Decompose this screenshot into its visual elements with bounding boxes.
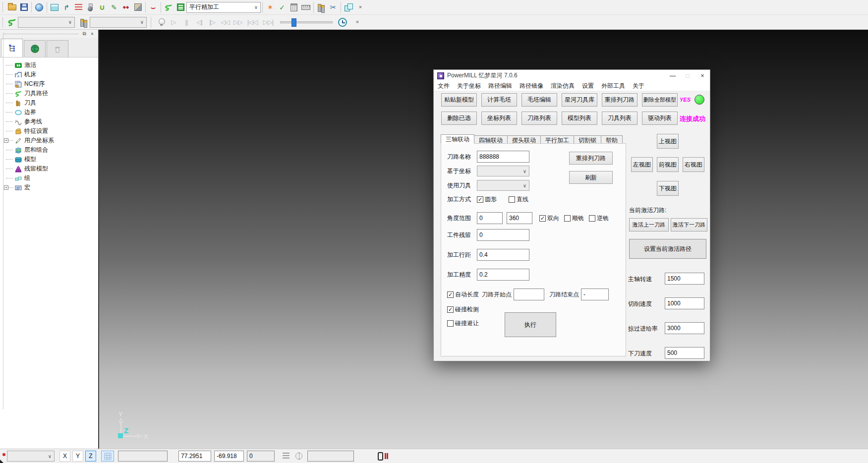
rearrange-button[interactable]: 重排列刀路: [569, 152, 613, 165]
thickness-icon[interactable]: ⌣: [147, 1, 159, 13]
sim-toolbar-close-button[interactable]: ×: [351, 16, 363, 28]
ruler-icon[interactable]: [300, 1, 312, 13]
toolbar-grip[interactable]: [2, 2, 4, 12]
skim-feed-input[interactable]: [665, 322, 704, 334]
menu-render-sim[interactable]: 渲染仿真: [551, 82, 575, 90]
toolpath-list-button[interactable]: 刀路列表: [521, 112, 557, 125]
xyz-list-icon[interactable]: [283, 453, 289, 460]
grid-size-field[interactable]: [118, 451, 168, 462]
explorer-tree-tab[interactable]: [1, 39, 23, 57]
menu-path-edit[interactable]: 路径编辑: [488, 82, 512, 90]
axis-x-toggle[interactable]: X: [59, 451, 70, 462]
pattern-points-icon[interactable]: ◆◆: [120, 1, 132, 13]
activate-prev-button[interactable]: 激活上一刀路: [629, 218, 669, 232]
axis-y-toggle[interactable]: Y: [72, 451, 83, 462]
stock-edit-button[interactable]: 毛坯编辑: [521, 93, 557, 107]
sidebar-restore-button[interactable]: ⧉: [80, 30, 88, 37]
tool-dropdown[interactable]: ∨: [477, 180, 529, 191]
toolpath-icon[interactable]: [163, 1, 174, 13]
toolbar-close-button[interactable]: ×: [354, 1, 366, 13]
tree-item-activate[interactable]: 激活: [3, 60, 98, 70]
coord-list-button[interactable]: 坐标列表: [481, 112, 517, 125]
tree-item-feature-sets[interactable]: 特征设置: [3, 126, 98, 136]
resize-grip[interactable]: [0, 460, 3, 463]
statusbar-dropdown[interactable]: ∨: [7, 451, 55, 462]
ball-tool-icon[interactable]: [84, 1, 96, 13]
collision-check-icon[interactable]: ✶: [264, 1, 276, 13]
globe-tab[interactable]: [24, 40, 46, 57]
calculator-ball-icon[interactable]: [33, 1, 45, 13]
tree-item-stock-models[interactable]: 残留模型: [3, 164, 98, 174]
calculator-icon[interactable]: [288, 1, 300, 13]
angle-from-input[interactable]: [477, 212, 503, 224]
tolerance-input[interactable]: [477, 269, 529, 281]
tab-help[interactable]: 帮助: [601, 135, 623, 144]
view-front-button[interactable]: 前视图: [657, 157, 679, 172]
drive-list-button[interactable]: 驱动列表: [642, 112, 678, 125]
line-mode-checkbox[interactable]: [509, 196, 515, 203]
expand-icon[interactable]: +: [4, 185, 8, 190]
view-right-button[interactable]: 右视图: [683, 157, 704, 172]
tree-item-nc-program[interactable]: NC程序: [3, 79, 98, 89]
menu-path-mirror[interactable]: 路径镜像: [520, 82, 543, 90]
play-button[interactable]: ▷: [167, 16, 180, 28]
spindle-speed-input[interactable]: [665, 273, 704, 285]
sim-toolpath-dropdown[interactable]: ∨: [18, 17, 75, 28]
tool-holder-icon[interactable]: ∪: [96, 1, 108, 13]
tool-list-button[interactable]: 刀具列表: [602, 112, 637, 125]
verify-toolpath-icon[interactable]: ✓: [276, 1, 288, 13]
simulation-clock-icon[interactable]: [337, 16, 348, 28]
step-forward-button[interactable]: |▷: [206, 16, 219, 28]
expand-icon[interactable]: +: [4, 138, 8, 143]
go-to-end-button[interactable]: ▷▷|: [260, 16, 276, 28]
trash-tab[interactable]: [47, 40, 68, 57]
delete-all-models-button[interactable]: 删除全部模型: [642, 93, 678, 107]
sidebar-close-button[interactable]: ×: [88, 30, 96, 37]
tree-item-machine[interactable]: 机床: [3, 70, 98, 79]
tool-library-button[interactable]: 星河刀具库: [562, 93, 597, 107]
tree-item-macros[interactable]: + 宏: [3, 183, 98, 192]
plunge-speed-input[interactable]: [665, 347, 704, 359]
simulation-speed-slider[interactable]: [280, 21, 333, 23]
activate-next-button[interactable]: 激活下一刀路: [671, 218, 707, 232]
workplane-field[interactable]: [307, 451, 354, 462]
toolbar-grip[interactable]: [2, 17, 4, 27]
coord-dropdown[interactable]: ∨: [477, 166, 529, 176]
strategy-list-icon[interactable]: [174, 1, 186, 13]
rapid-move-icon[interactable]: ↱: [60, 1, 72, 13]
start-point-input[interactable]: [514, 289, 544, 300]
tab-3axis[interactable]: 三轴联动: [441, 134, 474, 144]
maximize-button[interactable]: □: [680, 70, 695, 81]
rearrange-toolpaths-button[interactable]: 重排列刀路: [602, 93, 637, 107]
strategy-preset-dropdown[interactable]: 平行精加工 ∨: [186, 2, 261, 13]
menu-settings[interactable]: 设置: [582, 82, 594, 90]
menu-external-tools[interactable]: 外部工具: [601, 82, 625, 90]
tool-pair-icon[interactable]: [315, 1, 327, 13]
close-button[interactable]: ×: [695, 70, 710, 81]
tree-item-models[interactable]: 模型: [3, 155, 98, 164]
menu-coords[interactable]: 关于坐标: [457, 82, 481, 90]
stock-input[interactable]: [477, 229, 529, 241]
workplane-compass-icon[interactable]: [295, 453, 302, 460]
set-active-path-button[interactable]: 设置当前激活路径: [629, 239, 706, 259]
step-back-button[interactable]: ◁|: [193, 16, 206, 28]
tree-item-patterns[interactable]: 参考线: [3, 117, 98, 126]
blocks-pair-icon[interactable]: [343, 1, 354, 13]
pause-button[interactable]: ||: [180, 16, 193, 28]
view-top-button[interactable]: 上视图: [657, 134, 679, 149]
cutting-speed-input[interactable]: [665, 297, 704, 309]
tree-item-tools[interactable]: 刀具: [3, 98, 98, 108]
execute-button[interactable]: 执行: [505, 312, 556, 337]
toolpath-name-input[interactable]: [477, 151, 529, 163]
dialog-titlebar[interactable]: PowerMILL 忆梦星河 7.0.6 — □ ×: [434, 70, 710, 81]
feedrate-icon[interactable]: [72, 1, 84, 13]
tree-item-workplanes[interactable]: + 用户坐标系: [3, 136, 98, 145]
view-bottom-button[interactable]: 下视图: [657, 181, 679, 196]
simulate-light-icon[interactable]: [155, 16, 167, 28]
tree-item-boundaries[interactable]: 边界: [3, 108, 98, 117]
delete-selected-button[interactable]: 删除已选: [441, 112, 477, 125]
view-left-button[interactable]: 左视图: [631, 157, 653, 172]
tree-item-toolpaths[interactable]: 刀具路径: [3, 89, 98, 98]
fast-forward-button[interactable]: ▷▷: [231, 16, 244, 28]
climb-mill-checkbox[interactable]: [564, 215, 571, 222]
